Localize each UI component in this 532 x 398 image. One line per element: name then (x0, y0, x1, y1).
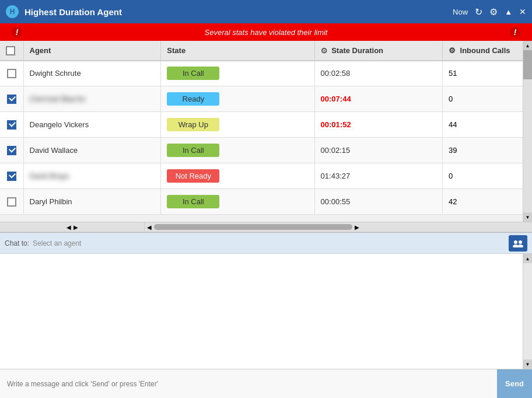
inbound-calls: 51 (442, 61, 532, 86)
close-button[interactable]: ✕ (519, 7, 526, 16)
agent-name: Darid Brays (30, 172, 69, 180)
inbound-calls: 0 (442, 86, 532, 112)
svg-point-1 (519, 240, 522, 244)
col-header-agent: Agent (23, 41, 161, 61)
col-header-inbound: ⚙ Inbound Calls (442, 41, 532, 61)
agent-name: Daryl Philbin (30, 197, 72, 206)
agent-table-container: Agent State ⊙ State Duration ⚙ Inbound C… (0, 41, 532, 222)
horizontal-scroll-area: ◀ ▶ ◀ ▶ (0, 222, 532, 232)
table-row: David WallaceIn Call00:02:1539 (0, 138, 532, 163)
svg-point-0 (514, 240, 517, 244)
agent-name: Deangelo Vickers (30, 120, 89, 129)
row-checkbox[interactable] (7, 146, 16, 155)
alert-icon-left: ! (12, 27, 22, 37)
select-all-checkbox[interactable] (6, 46, 15, 55)
table-row: Che'nnel Blac'knReady00:07:440 (0, 86, 532, 112)
inbound-settings-icon[interactable]: ⚙ (449, 46, 456, 55)
scroll-track[interactable] (523, 50, 532, 212)
agent-name: Dwight Schrute (30, 69, 81, 78)
agent-table: Agent State ⊙ State Duration ⚙ Inbound C… (0, 41, 532, 215)
refresh-button[interactable]: ↻ (475, 6, 482, 18)
alert-bar: ! Several stats have violated their limi… (0, 23, 532, 41)
minimize-button[interactable]: ▲ (505, 8, 512, 16)
left-scroll-right-arrow[interactable]: ▶ (74, 224, 78, 231)
col-header-check[interactable] (0, 41, 23, 61)
svg-point-3 (517, 245, 523, 247)
table-row: Deangelo VickersWrap Up00:01:5244 (0, 112, 532, 138)
row-checkbox[interactable] (7, 120, 16, 130)
state-duration: 00:00:55 (314, 189, 442, 215)
alert-icon-right: ! (510, 27, 520, 37)
state-duration: 00:07:44 (314, 86, 442, 112)
chat-agents-button[interactable] (509, 235, 527, 252)
inbound-calls: 42 (442, 189, 532, 215)
table-vertical-scrollbar[interactable]: ▲ ▼ (523, 41, 532, 222)
table-row: Darid BraysNot Ready01:43:270 (0, 163, 532, 189)
inbound-calls: 39 (442, 138, 532, 163)
chat-input-field[interactable] (0, 369, 497, 398)
chat-bar: Chat to: Select an agent (0, 232, 532, 253)
row-checkbox[interactable] (7, 95, 16, 104)
row-checkbox[interactable] (7, 69, 16, 78)
horizontal-scroll-thumb[interactable] (154, 224, 352, 230)
row-checkbox[interactable] (7, 172, 16, 181)
inbound-calls: 0 (442, 163, 532, 189)
col-header-state: State (161, 41, 314, 61)
chat-scroll-track[interactable] (523, 263, 532, 359)
scroll-up-arrow[interactable]: ▲ (523, 41, 532, 50)
state-duration: 00:02:15 (314, 138, 442, 163)
right-scroll-right-arrow[interactable]: ▶ (355, 224, 359, 231)
state-duration: 01:43:27 (314, 163, 442, 189)
row-checkbox[interactable] (7, 197, 16, 207)
alert-message: Several stats have violated their limit (205, 28, 328, 37)
state-duration: 00:02:58 (314, 61, 442, 86)
right-scroll-pane[interactable]: ◀ ▶ (145, 222, 532, 232)
state-duration: 00:01:52 (314, 112, 442, 138)
agent-name: David Wallace (30, 146, 78, 155)
agent-name: Che'nnel Blac'kn (30, 95, 86, 103)
scroll-thumb[interactable] (523, 50, 532, 79)
window-controls: Now ↻ ⚙ ▲ ✕ (453, 6, 526, 18)
app-title: Highest Duration Agent (24, 7, 453, 17)
send-button[interactable]: Send (497, 369, 532, 398)
chat-input-area: Send (0, 369, 532, 398)
col-header-duration: ⊙ State Duration (314, 41, 442, 61)
left-scroll-left-arrow[interactable]: ◀ (66, 224, 71, 231)
settings-button[interactable]: ⚙ (489, 6, 498, 18)
inbound-calls: 44 (442, 112, 532, 138)
title-bar: H Highest Duration Agent Now ↻ ⚙ ▲ ✕ (0, 0, 532, 23)
state-badge: In Call (167, 195, 219, 208)
chat-to-label: Chat to: (5, 239, 29, 247)
state-badge: Ready (167, 92, 219, 106)
table-row: Daryl PhilbinIn Call00:00:5542 (0, 189, 532, 215)
chat-messages-area: ▲ ▼ (0, 253, 532, 369)
state-badge: In Call (167, 67, 219, 80)
left-scroll-pane[interactable]: ◀ ▶ (0, 222, 145, 232)
chat-scroll-down[interactable]: ▼ (523, 359, 532, 369)
table-header-row: Agent State ⊙ State Duration ⚙ Inbound C… (0, 41, 532, 61)
right-scroll-left-arrow[interactable]: ◀ (147, 224, 152, 231)
agents-icon (513, 239, 523, 247)
state-badge: In Call (167, 144, 219, 157)
app-icon: H (6, 5, 19, 18)
duration-sort-icon[interactable]: ⊙ (321, 46, 327, 55)
chat-scroll-up[interactable]: ▲ (523, 254, 532, 263)
state-badge: Not Ready (167, 169, 219, 183)
scroll-down-arrow[interactable]: ▼ (523, 212, 532, 222)
chat-vertical-scrollbar[interactable]: ▲ ▼ (523, 254, 532, 369)
chat-agent-select[interactable]: Select an agent (33, 239, 509, 247)
state-badge: Wrap Up (167, 118, 219, 131)
main-content: ! Several stats have violated their limi… (0, 23, 532, 398)
now-label: Now (453, 8, 468, 16)
table-row: Dwight SchruteIn Call00:02:5851 (0, 61, 532, 86)
